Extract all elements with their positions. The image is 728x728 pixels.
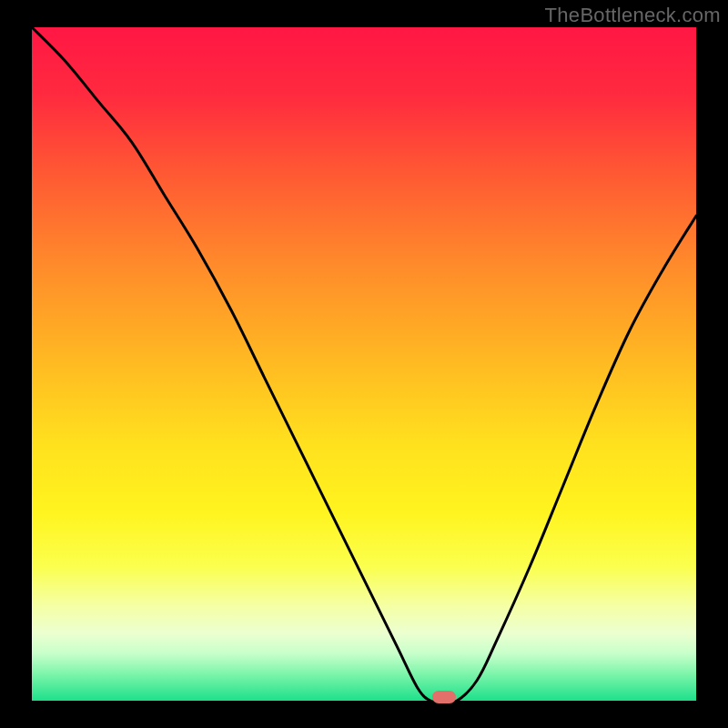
optimal-marker — [432, 691, 456, 703]
chart-frame: TheBottleneck.com — [0, 0, 728, 728]
plot-area — [32, 27, 696, 701]
watermark-text: TheBottleneck.com — [545, 4, 721, 27]
bottleneck-curve — [32, 27, 696, 701]
